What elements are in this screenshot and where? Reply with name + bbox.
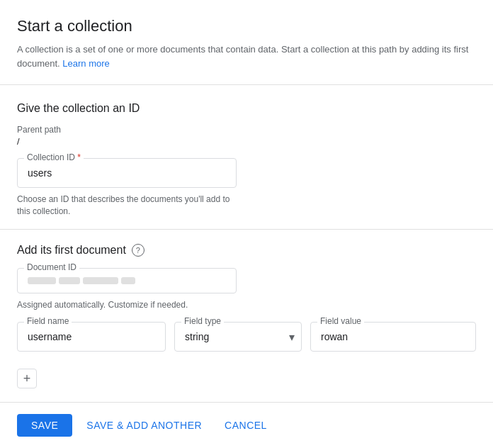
collection-id-helper: Choose an ID that describes the document… [17, 194, 237, 218]
field-type-select[interactable]: string number boolean map array null tim… [174, 322, 302, 352]
field-type-field-group: Field type string number boolean map arr… [174, 322, 302, 352]
plus-icon: + [23, 371, 31, 386]
top-section: Start a collection A collection is a set… [0, 0, 493, 85]
document-id-field-group: Document ID [17, 268, 237, 293]
collection-id-section: Give the collection an ID Parent path / … [0, 85, 493, 230]
document-id-helper: Assigned automatically. Customize if nee… [17, 299, 237, 311]
document-id-wrapper: Document ID Assigned automatically. Cust… [17, 268, 237, 311]
add-doc-section-title: Add its first document [17, 244, 126, 257]
page-title: Start a collection [17, 17, 476, 35]
collection-section-title: Give the collection an ID [17, 102, 476, 115]
placeholder-bar-2 [59, 277, 80, 284]
field-value-input[interactable] [310, 322, 476, 352]
save-button[interactable]: SAVE [17, 414, 72, 437]
placeholder-bar-4 [121, 277, 135, 284]
field-type-label: Field type [181, 316, 224, 326]
page-container: Start a collection A collection is a set… [0, 0, 493, 448]
collection-id-label: Collection ID [24, 152, 84, 162]
placeholder-bar-3 [83, 277, 118, 284]
cancel-button[interactable]: CANCEL [216, 414, 276, 437]
field-name-field-group: Field name [17, 322, 166, 352]
learn-more-link[interactable]: Learn more [62, 58, 109, 69]
field-type-group: Field type string number boolean map arr… [174, 322, 302, 357]
field-value-group: Field value [310, 322, 476, 357]
collection-id-field-group: Collection ID [17, 158, 237, 188]
add-doc-title-row: Add its first document ? [17, 244, 476, 257]
parent-path-value: / [17, 136, 476, 147]
fields-row: Field name Field type string number bool… [17, 322, 476, 357]
placeholder-bar-1 [28, 277, 56, 284]
field-name-input[interactable] [17, 322, 166, 352]
footer: SAVE SAVE & ADD ANOTHER CANCEL [0, 402, 493, 448]
field-name-label: Field name [24, 316, 72, 326]
field-value-field-group: Field value [310, 322, 476, 352]
help-icon[interactable]: ? [132, 244, 144, 257]
add-field-button[interactable]: + [17, 369, 37, 388]
description: A collection is a set of one or more doc… [17, 43, 476, 70]
field-value-label: Field value [317, 316, 364, 326]
collection-id-wrapper: Collection ID Choose an ID that describe… [17, 158, 237, 218]
collection-id-input[interactable] [17, 158, 237, 188]
parent-path-label: Parent path [17, 125, 476, 135]
field-name-group: Field name [17, 322, 166, 357]
document-id-label: Document ID [24, 262, 79, 272]
field-type-select-wrapper: string number boolean map array null tim… [174, 322, 302, 352]
save-add-another-button[interactable]: SAVE & ADD ANOTHER [78, 414, 210, 437]
add-document-section: Add its first document ? Document ID Ass… [0, 230, 493, 401]
